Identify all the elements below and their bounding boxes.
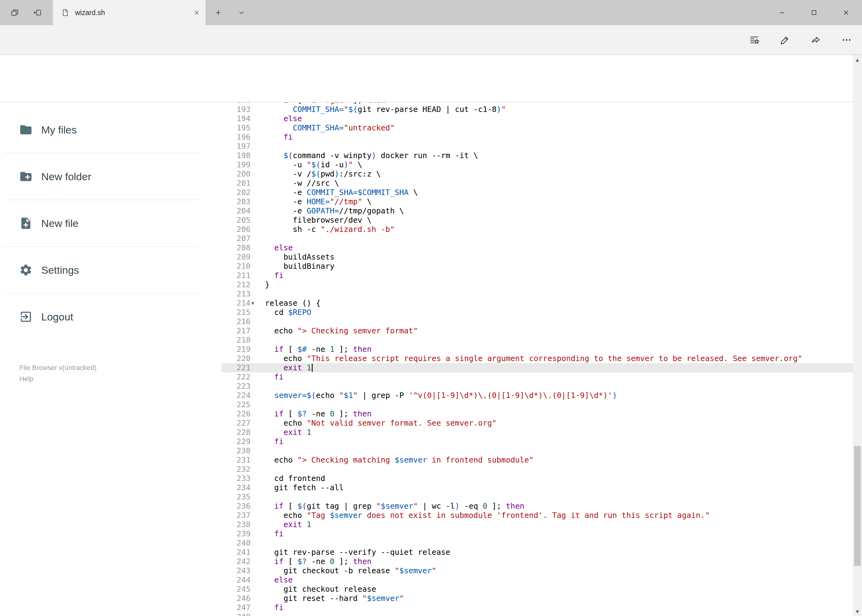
code-line-219[interactable]: 219 if [ $# -ne 1 ]; then: [222, 345, 853, 354]
code-line-241[interactable]: 241 git rev-parse --verify --quiet relea…: [222, 548, 853, 557]
code-line-220[interactable]: 220 echo "This release script requires a…: [222, 354, 853, 363]
sidebar-item-my-files[interactable]: My files: [0, 107, 222, 153]
code-line-215[interactable]: 215 cd $REPO: [222, 308, 853, 317]
code-line-234[interactable]: 234 git fetch --all: [222, 483, 853, 492]
code-line-226[interactable]: 226 if [ $? -ne 0 ]; then: [222, 409, 853, 418]
version-link[interactable]: File Browser v(untracked): [19, 362, 97, 373]
code-editor[interactable]: 192 if [ -d ".git" ]; then193 COMMIT_SHA…: [222, 102, 853, 616]
code-line-206[interactable]: 206 sh -c "./wizard.sh -b": [222, 225, 853, 234]
code-line-230[interactable]: 230: [222, 446, 853, 456]
line-number: 226: [222, 409, 257, 418]
code-line-231[interactable]: 231 echo "> Checking matching $semver in…: [222, 456, 853, 465]
line-number: 193: [222, 105, 257, 114]
code-line-237[interactable]: 237 echo "Tag $semver does not exist in …: [222, 511, 853, 520]
code-line-232[interactable]: 232: [222, 465, 853, 474]
sidebar-item-new-folder[interactable]: New folder: [0, 153, 222, 200]
line-number: 240: [222, 539, 257, 548]
code-line-196[interactable]: 196 fi: [222, 132, 853, 142]
code-text: echo "> Checking matching $semver in fro…: [257, 456, 534, 465]
code-line-209[interactable]: 209 buildAssets: [222, 253, 853, 262]
saved-tabs-button[interactable]: [6, 0, 24, 25]
code-line-225[interactable]: 225: [222, 400, 853, 409]
code-line-233[interactable]: 233 cd frontend: [222, 474, 853, 483]
tab-list-chevron-icon[interactable]: [232, 0, 252, 25]
code-text: cd frontend: [257, 474, 325, 483]
code-line-229[interactable]: 229 fi: [222, 437, 853, 446]
maximize-button[interactable]: [798, 0, 830, 25]
code-line-246[interactable]: 246 git reset --hard "$semver": [222, 594, 853, 603]
tab-close-icon[interactable]: [190, 6, 203, 19]
code-line-236[interactable]: 236 if [ $(git tag | grep "$semver" | wc…: [222, 501, 853, 511]
code-line-199[interactable]: 199 -u "$(id -u)" \: [222, 160, 853, 170]
scroll-up-arrow-icon[interactable]: ▲: [853, 55, 862, 64]
code-line-205[interactable]: 205 filebrowser/dev \: [222, 215, 853, 225]
share-page-button[interactable]: [801, 30, 831, 50]
scrollbar-thumb[interactable]: [854, 446, 861, 566]
code-line-200[interactable]: 200 -v /$(pwd):/src:z \: [222, 170, 853, 179]
code-line-223[interactable]: 223: [222, 382, 853, 391]
code-line-214[interactable]: 214▾release () {: [222, 299, 853, 308]
code-line-195[interactable]: 195 COMMIT_SHA="untracked": [222, 123, 853, 132]
code-line-240[interactable]: 240: [222, 539, 853, 548]
more-button[interactable]: [831, 30, 862, 50]
code-line-202[interactable]: 202 -e COMMIT_SHA=$COMMIT_SHA \: [222, 188, 853, 197]
code-line-235[interactable]: 235: [222, 492, 853, 501]
minimize-button[interactable]: [766, 0, 798, 25]
new-tab-button[interactable]: [208, 0, 229, 25]
code-line-192[interactable]: 192 if [ -d ".git" ]; then: [222, 102, 853, 105]
line-number: 223: [222, 382, 257, 391]
code-text: echo "Not valid semver format. See semve…: [257, 418, 497, 428]
code-text: fi: [257, 437, 284, 446]
code-line-221[interactable]: 221 exit 1: [222, 363, 853, 372]
code-line-207[interactable]: 207: [222, 234, 853, 243]
code-line-243[interactable]: 243 git checkout -b release "$semver": [222, 566, 853, 575]
line-number: 195: [222, 123, 257, 132]
scroll-down-arrow-icon[interactable]: ▼: [853, 607, 862, 616]
sidebar-item-logout[interactable]: Logout: [0, 293, 222, 340]
fold-arrow-icon[interactable]: ▾: [251, 299, 254, 308]
code-text: buildBinary: [257, 262, 334, 271]
code-line-213[interactable]: 213: [222, 289, 853, 299]
line-number: 211: [222, 271, 257, 280]
code-line-227[interactable]: 227 echo "Not valid semver format. See s…: [222, 418, 853, 428]
logout-icon: [19, 310, 33, 324]
code-line-193[interactable]: 193 COMMIT_SHA="$(git rev-parse HEAD | c…: [222, 105, 853, 114]
help-link[interactable]: Help: [19, 373, 97, 384]
code-line-248[interactable]: 248: [222, 612, 853, 616]
code-line-197[interactable]: 197: [222, 142, 853, 151]
browser-tab[interactable]: wizard.sh: [53, 0, 206, 25]
code-line-204[interactable]: 204 -e GOPATH=//tmp/gopath \: [222, 206, 853, 215]
code-line-222[interactable]: 222 fi: [222, 372, 853, 382]
code-line-212[interactable]: 212}: [222, 280, 853, 289]
code-line-208[interactable]: 208 else: [222, 243, 853, 253]
set-tabs-aside-button[interactable]: [28, 0, 47, 25]
code-line-224[interactable]: 224 semver=$(echo "$1" | grep -P '^v(0|[…: [222, 391, 853, 400]
web-note-button[interactable]: [770, 30, 801, 50]
code-line-247[interactable]: 247 fi: [222, 603, 853, 612]
code-line-194[interactable]: 194 else: [222, 114, 853, 123]
code-text: [257, 492, 265, 501]
code-line-228[interactable]: 228 exit 1: [222, 428, 853, 437]
code-line-210[interactable]: 210 buildBinary: [222, 262, 853, 271]
code-line-245[interactable]: 245 git checkout release: [222, 585, 853, 594]
line-number: 232: [222, 465, 257, 474]
code-text: [257, 336, 265, 345]
code-line-211[interactable]: 211 fi: [222, 271, 853, 280]
code-line-218[interactable]: 218: [222, 336, 853, 345]
code-line-201[interactable]: 201 -w //src \: [222, 179, 853, 188]
code-line-238[interactable]: 238 exit 1: [222, 520, 853, 529]
sidebar-item-new-file[interactable]: New file: [0, 200, 222, 247]
code-line-203[interactable]: 203 -e HOME="//tmp" \: [222, 197, 853, 206]
sidebar-item-settings[interactable]: Settings: [0, 247, 222, 293]
code-line-244[interactable]: 244 else: [222, 575, 853, 585]
hub-button[interactable]: [739, 30, 770, 50]
code-line-216[interactable]: 216: [222, 317, 853, 326]
line-number: 218: [222, 336, 257, 345]
code-line-242[interactable]: 242 if [ $? -ne 0 ]; then: [222, 557, 853, 566]
code-line-198[interactable]: 198 $(command -v winpty) docker run --rm…: [222, 151, 853, 160]
code-line-217[interactable]: 217 echo "> Checking semver format": [222, 326, 853, 336]
new-file-icon: [19, 217, 33, 230]
code-line-239[interactable]: 239 fi: [222, 529, 853, 539]
close-window-button[interactable]: [830, 0, 862, 25]
page-scrollbar[interactable]: ▲ ▼: [853, 55, 862, 616]
